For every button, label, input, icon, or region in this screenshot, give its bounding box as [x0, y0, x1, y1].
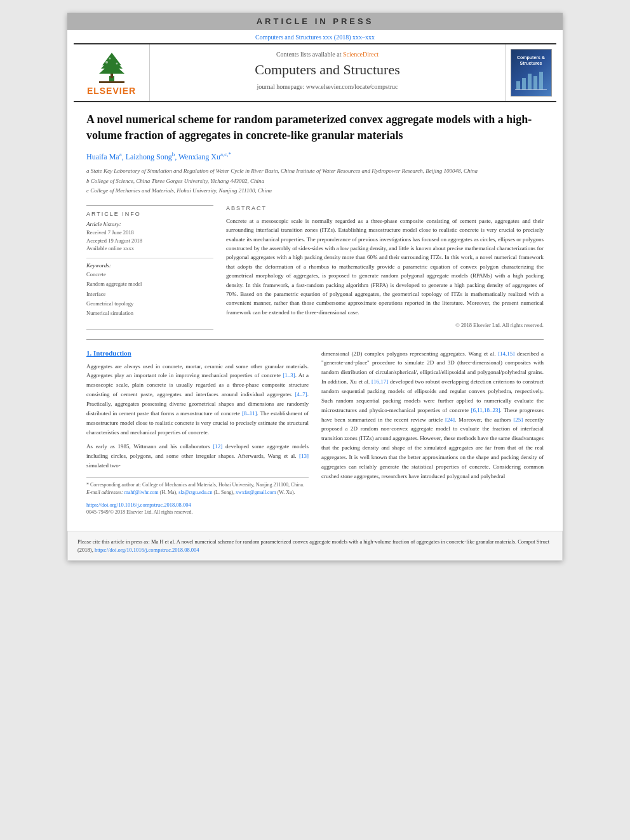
intro-right-col: dimensional (2D) complex polygons repres…	[321, 349, 544, 515]
affiliations-section: a State Key Laboratory of Simulation and…	[86, 167, 544, 196]
affil-b-text: b College of Science, China Three Gorges…	[86, 177, 264, 186]
banner-text: ARTICLE IN PRESS	[257, 17, 374, 26]
contents-label: Contents lists available at	[276, 51, 341, 58]
article-history: Article history: Received 7 June 2018 Ac…	[86, 221, 213, 253]
article-info-header: ARTICLE INFO	[86, 211, 213, 217]
introduction-section: 1. Introduction Aggregates are always us…	[86, 349, 544, 515]
journal-thumbnail: Computers & Structures	[511, 49, 552, 97]
author2-sup: b	[172, 151, 175, 157]
ref-14-15[interactable]: [14,15]	[498, 350, 514, 357]
affiliation-a: a State Key Laboratory of Simulation and…	[86, 167, 544, 176]
ref-8-11[interactable]: [8–11]	[242, 410, 257, 417]
journal-ref-text: Computers and Structures xxx (2018) xxx–…	[255, 34, 375, 41]
svg-rect-1	[99, 81, 124, 83]
keyword-2: Random aggregate model	[86, 279, 213, 289]
article-info-box: ARTICLE INFO Article history: Received 7…	[86, 205, 213, 330]
footnote-email: E-mail addresses: mahf@iwhr.com (H. Ma),…	[86, 489, 309, 497]
main-content: A novel numerical scheme for random para…	[67, 102, 563, 524]
journal-thumbnail-section: Computers & Structures	[506, 44, 556, 101]
footnote-corresponding: * Corresponding author at: College of Me…	[86, 481, 309, 489]
ref-12[interactable]: [12]	[213, 443, 222, 450]
history-label: Article history:	[86, 221, 213, 227]
ref-16-17[interactable]: [16,17]	[372, 378, 388, 385]
author1-sup: a	[119, 151, 122, 157]
svg-rect-10	[522, 78, 526, 90]
affiliation-b: b College of Science, China Three Gorges…	[86, 177, 544, 186]
email-xu[interactable]: xwxfat@gmail.com	[236, 490, 276, 495]
ref-4-7[interactable]: [4–7]	[295, 391, 307, 397]
ref-1-3[interactable]: [1–3]	[283, 372, 295, 378]
keywords-list: Concrete Random aggregate model Interfac…	[86, 270, 213, 318]
svg-point-6	[105, 61, 108, 63]
abstract-column: ABSTRACT Concrete at a mesoscopic scale …	[226, 205, 544, 330]
svg-rect-13	[539, 72, 543, 90]
author1-name: Huaifa Ma	[86, 152, 119, 161]
email-ma[interactable]: mahf@iwhr.com	[124, 490, 159, 495]
citation-box: Please cite this article in press as: Ma…	[67, 531, 563, 561]
journal-homepage: journal homepage: www.elsevier.com/locat…	[163, 83, 492, 90]
keyword-1: Concrete	[86, 270, 213, 279]
journal-header: ELSEVIER Contents lists available at Sci…	[74, 43, 556, 102]
footnote-section: * Corresponding author at: College of Me…	[86, 477, 309, 497]
svg-point-8	[109, 58, 111, 60]
svg-point-7	[116, 63, 117, 65]
affil-a-text: a State Key Laboratory of Simulation and…	[86, 167, 478, 176]
svg-rect-11	[528, 74, 532, 90]
intro-para2: As early as 1985, Wittmann and his colla…	[86, 442, 309, 470]
section-title-introduction: 1. Introduction	[86, 349, 309, 357]
ref-6-11-18-23[interactable]: [6,11,18–23]	[471, 407, 500, 413]
intro-right-para1: dimensional (2D) complex polygons repres…	[321, 349, 544, 481]
author3-sup: a,c,*	[220, 151, 231, 157]
doi-copyright: 0045-7949/© 2018 Elsevier Ltd. All right…	[86, 509, 309, 515]
author2-name: Laizhong Song	[126, 152, 172, 161]
svg-rect-9	[516, 81, 520, 90]
journal-header-center: Contents lists available at ScienceDirec…	[150, 44, 506, 101]
email-song[interactable]: slz@ctgu.edu.cn	[178, 490, 212, 495]
journal-ref-line: Computers and Structures xxx (2018) xxx–…	[67, 30, 563, 43]
accepted-text: Accepted 19 August 2018	[86, 237, 213, 245]
page-container: ARTICLE IN PRESS Computers and Structure…	[67, 13, 563, 561]
keyword-3: Interface	[86, 290, 213, 299]
affil-c-text: c College of Mechanics and Materials, Ho…	[86, 187, 272, 196]
svg-rect-12	[533, 76, 537, 90]
author3-name: Wenxiang Xu	[178, 152, 220, 161]
doi-link[interactable]: https://doi.org/10.1016/j.compstruc.2018…	[86, 502, 191, 508]
article-info-column: ARTICLE INFO Article history: Received 7…	[86, 205, 213, 330]
info-divider	[86, 258, 213, 258]
elsevier-label: ELSEVIER	[87, 86, 136, 96]
received-text: Received 7 June 2018	[86, 229, 213, 237]
online-text: Available online xxxx	[86, 244, 213, 253]
elsevier-logo: ELSEVIER	[87, 50, 136, 96]
science-direct-link[interactable]: ScienceDirect	[343, 51, 379, 58]
keywords-label: Keywords:	[86, 262, 213, 269]
intro-para1: Aggregates are always used in concrete, …	[86, 362, 309, 437]
thumb-chart-icon	[515, 69, 547, 91]
abstract-copyright: © 2018 Elsevier Ltd. All rights reserved…	[226, 322, 544, 328]
abstract-section: ABSTRACT Concrete at a mesoscopic scale …	[226, 205, 544, 328]
elsevier-logo-section: ELSEVIER	[74, 44, 150, 101]
article-info-abstract-row: ARTICLE INFO Article history: Received 7…	[86, 205, 544, 330]
contents-line: Contents lists available at ScienceDirec…	[163, 51, 492, 58]
keyword-4: Geometrical topology	[86, 299, 213, 309]
abstract-text: Concrete at a mesoscopic scale is normal…	[226, 217, 544, 317]
affiliation-c: c College of Mechanics and Materials, Ho…	[86, 187, 544, 196]
abstract-header: ABSTRACT	[226, 205, 544, 211]
section-separator	[86, 339, 544, 340]
thumb-title: Computers & Structures	[514, 55, 549, 66]
ref-24[interactable]: [24]	[445, 417, 455, 423]
keyword-5: Numerical simulation	[86, 309, 213, 318]
keywords-section: Keywords: Concrete Random aggregate mode…	[86, 262, 213, 318]
ref-13[interactable]: [13]	[299, 453, 309, 459]
elsevier-tree-icon	[90, 50, 134, 84]
authors-line: Huaifa Maa, Laizhong Songb, Wenxiang Xua…	[86, 151, 544, 162]
ref-25[interactable]: [25]	[513, 417, 523, 423]
doi-section: https://doi.org/10.1016/j.compstruc.2018…	[86, 502, 309, 508]
paper-title: A novel numerical scheme for random para…	[86, 112, 544, 143]
journal-title-header: Computers and Structures	[163, 62, 492, 78]
article-in-press-banner: ARTICLE IN PRESS	[67, 13, 563, 30]
citation-doi-link[interactable]: https://doi.org/10.1016/j.compstruc.2018…	[95, 547, 199, 553]
intro-left-col: 1. Introduction Aggregates are always us…	[86, 349, 309, 515]
